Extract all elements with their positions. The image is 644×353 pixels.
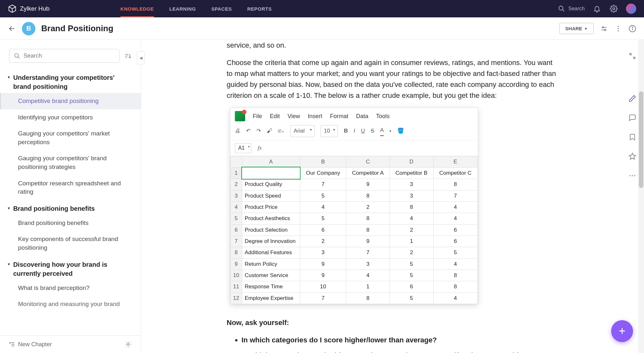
cell[interactable]: 7 bbox=[346, 247, 390, 258]
fill-color-icon[interactable]: 🪣 bbox=[397, 127, 404, 135]
cell[interactable]: 8 bbox=[433, 270, 477, 281]
cell[interactable]: 8 bbox=[346, 190, 390, 201]
grid-corner[interactable] bbox=[230, 156, 242, 167]
toc-item-research-spreadsheet[interactable]: Competitor research spreadsheet and rati… bbox=[0, 175, 141, 200]
toc-item-what-is-perception[interactable]: What is brand perception? bbox=[0, 280, 141, 296]
cell[interactable]: Return Policy bbox=[242, 258, 300, 270]
cell[interactable]: 9 bbox=[300, 270, 346, 281]
cell[interactable]: 4 bbox=[433, 258, 477, 270]
cell[interactable]: Response Time bbox=[242, 281, 300, 293]
row-number[interactable]: 10 bbox=[230, 270, 242, 281]
scrollbar[interactable] bbox=[638, 40, 644, 353]
font-select[interactable]: Arial bbox=[290, 125, 315, 137]
cell[interactable]: 7 bbox=[300, 293, 346, 304]
row-number[interactable]: 3 bbox=[230, 190, 242, 201]
toc-section-perception[interactable]: ▼ Discovering how your brand is currentl… bbox=[0, 256, 141, 280]
menu-file[interactable]: File bbox=[253, 112, 262, 121]
cell[interactable]: 5 bbox=[389, 293, 433, 304]
cell[interactable]: 8 bbox=[346, 213, 390, 224]
cell[interactable]: 4 bbox=[433, 201, 477, 213]
col-header[interactable]: D bbox=[389, 156, 433, 167]
row-number[interactable]: 1 bbox=[230, 167, 242, 179]
sidebar-search-input[interactable] bbox=[24, 52, 115, 59]
cell[interactable]: 8 bbox=[389, 201, 433, 213]
cell[interactable]: 6 bbox=[389, 281, 433, 293]
cell[interactable]: Product Quality bbox=[242, 179, 300, 190]
expand-button[interactable] bbox=[628, 51, 637, 60]
cell[interactable]: Employee Expertise bbox=[242, 293, 300, 304]
cell[interactable]: Product Price bbox=[242, 201, 300, 213]
settings-button[interactable] bbox=[609, 4, 618, 13]
cell[interactable]: 4 bbox=[433, 213, 477, 224]
cell[interactable]: 1 bbox=[389, 236, 433, 247]
sidebar-search[interactable] bbox=[9, 49, 120, 63]
global-search[interactable]: Search bbox=[558, 5, 585, 12]
row-number[interactable]: 5 bbox=[230, 213, 242, 224]
strike-icon[interactable]: S bbox=[371, 127, 374, 135]
cell[interactable]: Customer Service bbox=[242, 270, 300, 281]
nav-tab-reports[interactable]: REPORTS bbox=[247, 0, 272, 17]
menu-tools[interactable]: Tools bbox=[376, 112, 389, 121]
favorite-button[interactable] bbox=[628, 152, 637, 161]
more-actions-button[interactable] bbox=[628, 171, 637, 180]
info-button[interactable] bbox=[629, 25, 636, 33]
cell[interactable]: 6 bbox=[433, 224, 477, 236]
cell[interactable] bbox=[242, 167, 300, 179]
col-header[interactable]: A bbox=[242, 156, 300, 167]
add-button[interactable]: + bbox=[611, 320, 633, 342]
back-button[interactable] bbox=[8, 24, 16, 33]
cell[interactable]: Competitor C bbox=[433, 167, 477, 179]
cell[interactable]: 4 bbox=[433, 293, 477, 304]
paint-format-icon[interactable]: 🖌 bbox=[267, 127, 272, 135]
cell[interactable]: 2 bbox=[389, 247, 433, 258]
row-number[interactable]: 9 bbox=[230, 258, 242, 270]
comment-button[interactable] bbox=[628, 113, 637, 122]
row-number[interactable]: 4 bbox=[230, 201, 242, 213]
cell-reference[interactable]: A1 bbox=[235, 143, 252, 153]
table-of-contents[interactable]: ▼ Understanding your competitors' brand … bbox=[0, 67, 141, 335]
print-icon[interactable]: 🖨 bbox=[235, 127, 240, 135]
edit-button[interactable] bbox=[628, 94, 637, 103]
cell[interactable]: Additional Features bbox=[242, 247, 300, 258]
nav-tab-learning[interactable]: LEARNING bbox=[169, 0, 196, 17]
menu-edit[interactable]: Edit bbox=[270, 112, 280, 121]
toc-item-monitoring-perception[interactable]: Monitoring and measuring your brand perc… bbox=[0, 296, 141, 310]
cell[interactable]: 7 bbox=[433, 190, 477, 201]
cell[interactable]: 3 bbox=[389, 179, 433, 190]
col-header[interactable]: C bbox=[346, 156, 390, 167]
cell[interactable]: 7 bbox=[300, 179, 346, 190]
nav-tab-knowledge[interactable]: KNOWLEDGE bbox=[120, 0, 154, 17]
cell[interactable]: 5 bbox=[300, 190, 346, 201]
sidebar-settings-button[interactable] bbox=[125, 341, 132, 348]
cell[interactable]: 6 bbox=[433, 236, 477, 247]
col-header[interactable]: B bbox=[300, 156, 346, 167]
chevron-down-icon[interactable]: ▾ bbox=[389, 128, 391, 134]
row-number[interactable]: 7 bbox=[230, 236, 242, 247]
toc-item-key-components[interactable]: Key components of successful brand posit… bbox=[0, 231, 141, 256]
cell[interactable]: Degree of Innovation bbox=[242, 236, 300, 247]
cell[interactable]: 4 bbox=[300, 201, 346, 213]
font-size-select[interactable]: 10 bbox=[321, 125, 338, 137]
redo-icon[interactable]: ↷ bbox=[256, 127, 261, 135]
row-number[interactable]: 11 bbox=[230, 281, 242, 293]
menu-data[interactable]: Data bbox=[356, 112, 368, 121]
cell[interactable]: 9 bbox=[346, 236, 390, 247]
cell[interactable]: 5 bbox=[389, 258, 433, 270]
toc-item-positioning-strategies[interactable]: Gauging your competitors' brand position… bbox=[0, 150, 141, 175]
undo-icon[interactable]: ↶ bbox=[246, 127, 251, 135]
cell[interactable]: Competitor B bbox=[389, 167, 433, 179]
cell[interactable]: 8 bbox=[346, 224, 390, 236]
cell[interactable]: 2 bbox=[346, 201, 390, 213]
row-number[interactable]: 6 bbox=[230, 224, 242, 236]
cell[interactable]: 5 bbox=[389, 270, 433, 281]
new-chapter-button[interactable]: New Chapter bbox=[9, 341, 52, 348]
row-number[interactable]: 8 bbox=[230, 247, 242, 258]
cell[interactable]: 9 bbox=[300, 258, 346, 270]
toc-item-benefits[interactable]: Brand positioning benefits bbox=[0, 215, 141, 231]
scrollbar-thumb[interactable] bbox=[639, 91, 643, 188]
menu-format[interactable]: Format bbox=[330, 112, 348, 121]
cell[interactable]: 6 bbox=[300, 224, 346, 236]
cell[interactable]: 4 bbox=[346, 270, 390, 281]
cell[interactable]: 1 bbox=[346, 281, 390, 293]
user-avatar[interactable] bbox=[626, 4, 636, 14]
